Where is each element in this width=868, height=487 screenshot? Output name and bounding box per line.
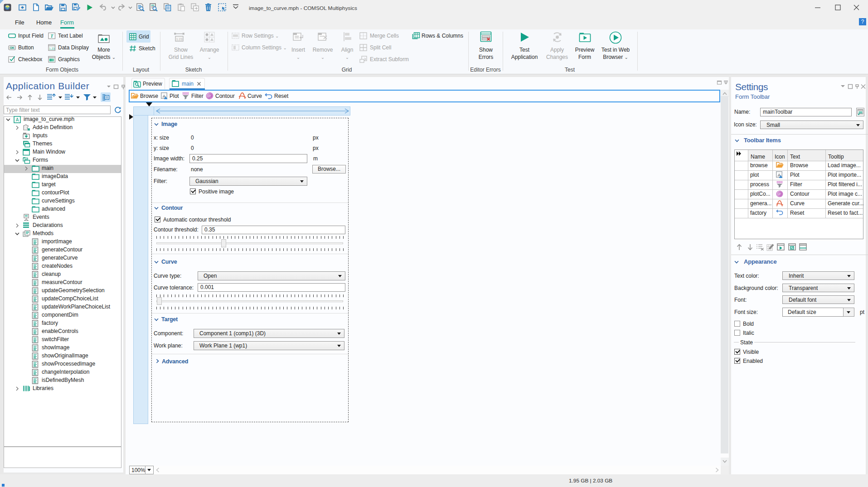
svg-text:OK: OK [10,46,15,49]
svg-text:T: T [50,34,53,39]
svg-text:A: A [16,117,19,122]
svg-text:1.23: 1.23 [49,47,55,50]
svg-text:1.23: 1.23 [176,38,183,41]
